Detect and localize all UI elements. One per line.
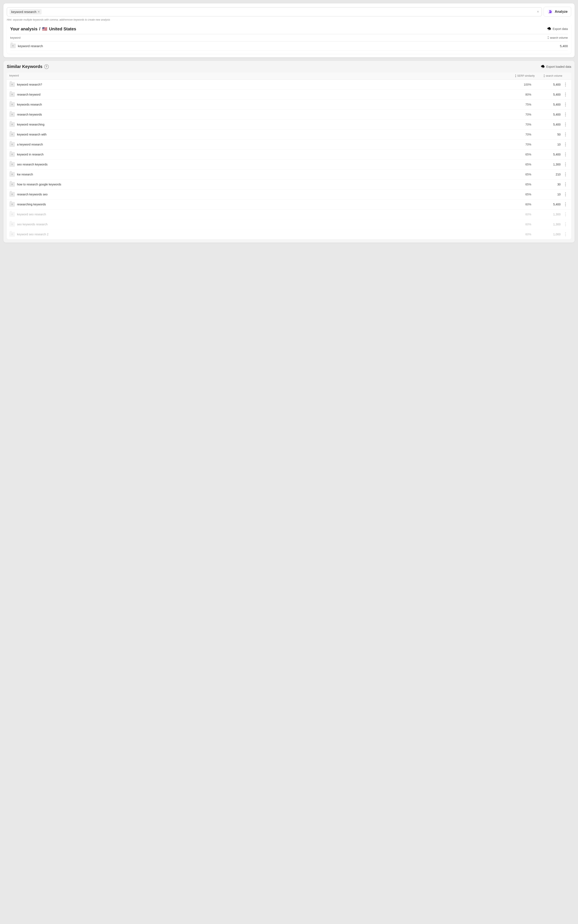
row-menu-button-11[interactable] [562,192,569,197]
similar-serp-value-10: 65% [505,183,535,186]
folder-add-icon-13[interactable]: + [9,212,15,217]
folder-add-icon-11[interactable]: + [9,192,15,197]
flag-icon: 🇺🇸 [42,26,47,31]
folder-add-icon-1[interactable]: + [9,92,15,97]
folder-add-icon-3[interactable]: + [9,112,15,117]
similar-table-row: + seo keywords research 60% 1,300 [7,220,571,229]
similar-table-row: + research keywords 70% 5,400 [7,110,571,120]
analysis-country: United States [49,26,76,31]
similar-sv-value-2: 5,400 [535,103,562,106]
similar-sv-value-13: 1,300 [535,213,562,216]
similar-keyword-cell-3: + research keywords [9,112,505,117]
search-clear-icon[interactable]: × [537,10,539,14]
similar-keyword-cell-7: + keyword in research [9,152,505,157]
similar-keyword-cell-9: + kw research [9,172,505,177]
analysis-keyword-text: keyword research [18,44,43,48]
analysis-sv-value: 5,400 [555,44,568,48]
sv-sort-icon: ▲ ▼ [547,36,549,39]
search-input-wrapper[interactable]: keyword research ✕ × [7,7,542,16]
similar-table-row: + researching keywords 60% 5,400 [7,200,571,210]
row-menu-button-8[interactable] [562,162,569,167]
similar-serp-value-8: 65% [505,163,535,166]
folder-add-icon[interactable]: + [10,44,16,48]
similar-keyword-cell-15: + keyword seo research 2 [9,232,505,237]
similar-table-row: + seo research keywords 65% 1,300 [7,159,571,169]
row-menu-button-7[interactable] [562,152,569,157]
folder-add-icon-6[interactable]: + [9,142,15,147]
svg-point-1 [550,11,551,12]
folder-add-icon-7[interactable]: + [9,152,15,157]
similar-table-row: + keywords research 75% 5,400 [7,99,571,110]
keyword-tag-close[interactable]: ✕ [37,10,40,13]
analyze-button[interactable]: Analyze [544,7,571,16]
folder-add-icon-4[interactable]: + [9,122,15,127]
similar-keyword-cell-4: + keyword researching [9,122,505,127]
folder-add-icon-14[interactable]: + [9,222,15,227]
search-bar: keyword research ✕ × Analyze [7,7,571,16]
row-menu-button-9[interactable] [562,172,569,177]
export-data-button[interactable]: Export data [547,27,568,31]
similar-sv-value-12: 5,400 [535,203,562,206]
folder-add-icon-15[interactable]: + [9,232,15,237]
similar-keyword-text-8: seo research keywords [17,163,47,166]
similar-serp-value-9: 65% [505,173,535,176]
folder-add-icon-0[interactable]: + [9,82,15,87]
similar-keyword-cell-12: + researching keywords [9,202,505,207]
folder-add-icon-5[interactable]: + [9,132,15,137]
folder-add-icon-2[interactable]: + [9,102,15,107]
similar-sv-value-7: 5,400 [535,153,562,156]
similar-serp-value-3: 70% [505,113,535,116]
sv-sort-icon-2: ▲ ▼ [543,74,545,78]
similar-title-text: Similar Keywords [7,64,42,69]
similar-keyword-text-4: keyword researching [17,123,44,126]
row-menu-button-0[interactable] [562,82,569,87]
similar-header: Similar Keywords ? Export loaded data [7,64,571,69]
analysis-title-text: Your analysis [10,26,37,31]
row-menu-button-15[interactable] [562,231,569,237]
similar-sv-value-0: 5,400 [535,83,562,86]
similar-table-row: + keyword researching 70% 5,400 [7,120,571,130]
similar-sv-value-14: 1,300 [535,223,562,226]
similar-keyword-text-7: keyword in research [17,153,44,156]
analyze-label: Analyze [555,10,568,14]
similar-rows-container: + keyword research? 100% 5,400 + researc… [7,80,571,239]
similar-keyword-cell-2: + keywords research [9,102,505,107]
row-menu-button-6[interactable] [562,142,569,147]
similar-sv-value-11: 10 [535,193,562,196]
similar-col-sv[interactable]: ▲ ▼ search volume [535,74,562,78]
similar-serp-value-1: 80% [505,93,535,96]
row-menu-button-4[interactable] [562,122,569,127]
row-menu-button-2[interactable] [562,102,569,107]
folder-add-icon-10[interactable]: + [9,182,15,187]
folder-add-icon-8[interactable]: + [9,162,15,167]
row-menu-button-13[interactable] [562,211,569,217]
folder-add-icon-9[interactable]: + [9,172,15,177]
similar-col-serp[interactable]: ▲ ▼ SERP similarity [505,74,535,78]
help-icon[interactable]: ? [44,64,49,69]
row-menu-button-14[interactable] [562,221,569,227]
similar-title: Similar Keywords ? [7,64,49,69]
export-data-label: Export data [552,27,568,31]
similar-serp-value-14: 60% [505,223,535,226]
similar-col-actions [562,74,569,78]
similar-table: keyword ▲ ▼ SERP similarity ▲ ▼ search v… [7,72,571,239]
col-sv-header[interactable]: ▲ ▼ search volume [547,36,568,39]
analysis-title: Your analysis / 🇺🇸 United States [10,26,76,31]
similar-serp-value-0: 100% [505,83,535,86]
export-loaded-button[interactable]: Export loaded data [541,65,571,69]
row-menu-button-5[interactable] [562,132,569,137]
folder-add-icon-12[interactable]: + [9,202,15,207]
row-menu-button-3[interactable] [562,112,569,117]
similar-keyword-cell-10: + how to research google keywords [9,182,505,187]
similar-table-row: + keyword seo research 2 60% 1,000 [7,229,571,239]
similar-sv-value-15: 1,000 [535,233,562,236]
analysis-table-header: keyword ▲ ▼ search volume [10,34,568,41]
serp-sort-icon: ▲ ▼ [515,74,516,78]
similar-table-row: + a keyword research 70% 10 [7,140,571,150]
top-section: keyword research ✕ × Analyze Hint: separ… [3,3,575,57]
similar-serp-value-5: 70% [505,133,535,136]
row-menu-button-1[interactable] [562,92,569,97]
export-loaded-cloud-icon [541,65,545,69]
row-menu-button-12[interactable] [562,202,569,207]
row-menu-button-10[interactable] [562,182,569,187]
